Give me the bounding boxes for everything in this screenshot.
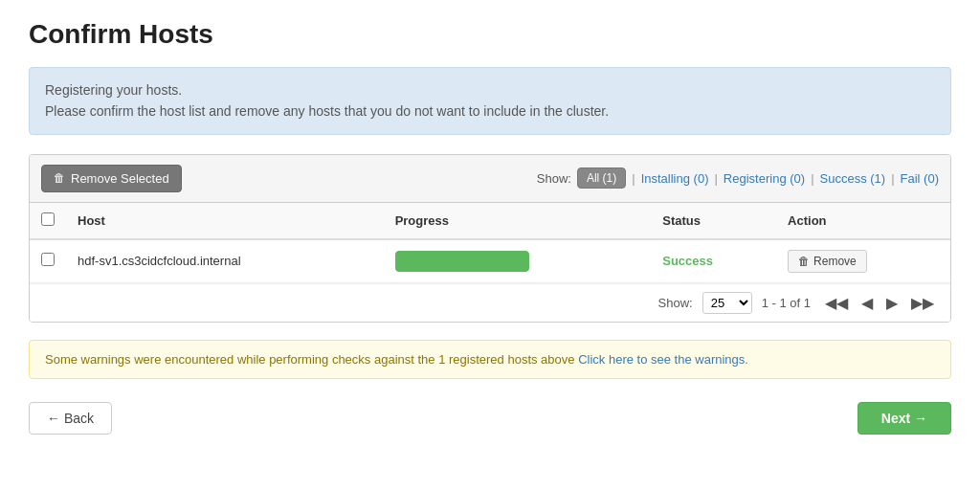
first-page-button[interactable]: ◀◀: [820, 292, 853, 314]
trash-icon: 🗑: [54, 171, 65, 185]
next-page-button[interactable]: ▶: [881, 292, 902, 314]
filter-installing-link[interactable]: Installing (0): [641, 171, 709, 186]
trash-row-icon: 🗑: [798, 255, 810, 268]
progress-column-header: Progress: [384, 203, 652, 239]
pagination-buttons: ◀◀ ◀ ▶ ▶▶: [820, 292, 939, 314]
info-line1: Registering your hosts.: [45, 79, 935, 100]
back-button[interactable]: ← Back: [29, 402, 112, 435]
progress-bar-outer: [395, 251, 529, 272]
show-filters: Show: All (1) | Installing (0) | Registe…: [537, 167, 939, 189]
host-column-header: Host: [66, 203, 384, 239]
warning-link[interactable]: Click here to see the warnings.: [578, 352, 748, 367]
bottom-actions: ← Back Next →: [29, 402, 951, 435]
status-value: Success: [662, 254, 713, 268]
select-all-checkbox[interactable]: [41, 212, 55, 226]
action-column-header: Action: [776, 203, 950, 239]
host-name: hdf-sv1.cs3cidcfcloud.internal: [78, 254, 241, 268]
show-label: Show:: [537, 171, 571, 186]
filter-all-button[interactable]: All (1): [577, 167, 626, 189]
row-checkbox-cell: [30, 239, 66, 283]
warning-link-label: Click here to see the warnings.: [578, 352, 748, 367]
progress-bar-inner: [395, 251, 529, 272]
filter-fail-link[interactable]: Fail (0): [901, 171, 939, 186]
info-line2: Please confirm the host list and remove …: [45, 100, 935, 122]
status-cell: Success: [651, 239, 776, 283]
last-page-button[interactable]: ▶▶: [906, 292, 939, 314]
remove-selected-button[interactable]: 🗑 Remove Selected: [41, 165, 182, 192]
pagination-info: 1 - 1 of 1: [762, 296, 811, 310]
prev-page-button[interactable]: ◀: [857, 292, 878, 314]
table-header-row: Host Progress Status Action: [30, 203, 950, 239]
table-footer: Show: 25 50 100 1 - 1 of 1 ◀◀ ◀ ▶ ▶▶: [30, 283, 950, 322]
filter-success-link[interactable]: Success (1): [820, 171, 886, 186]
remove-selected-label: Remove Selected: [71, 171, 169, 186]
next-button[interactable]: Next →: [858, 402, 951, 435]
footer-show-label: Show:: [658, 296, 693, 310]
row-checkbox[interactable]: [41, 253, 55, 266]
remove-row-label: Remove: [813, 255, 857, 268]
hosts-table: Host Progress Status Action hdf-sv1.cs3c…: [30, 203, 950, 283]
host-cell: hdf-sv1.cs3cidcfcloud.internal: [66, 239, 384, 283]
checkbox-header: [30, 203, 66, 239]
warning-box: Some warnings were encountered while per…: [29, 340, 951, 379]
info-box: Registering your hosts. Please confirm t…: [29, 67, 951, 135]
hosts-table-container: 🗑 Remove Selected Show: All (1) | Instal…: [29, 154, 951, 323]
action-cell: 🗑 Remove: [776, 239, 950, 283]
table-row: hdf-sv1.cs3cidcfcloud.internal Success 🗑…: [30, 239, 950, 283]
remove-row-button[interactable]: 🗑 Remove: [788, 250, 867, 273]
warning-text: Some warnings were encountered while per…: [45, 352, 575, 367]
filter-registering-link[interactable]: Registering (0): [724, 171, 805, 186]
page-size-select[interactable]: 25 50 100: [702, 292, 752, 314]
progress-cell: [384, 239, 652, 283]
table-toolbar: 🗑 Remove Selected Show: All (1) | Instal…: [30, 155, 950, 203]
status-column-header: Status: [651, 203, 776, 239]
page-title: Confirm Hosts: [29, 19, 951, 50]
